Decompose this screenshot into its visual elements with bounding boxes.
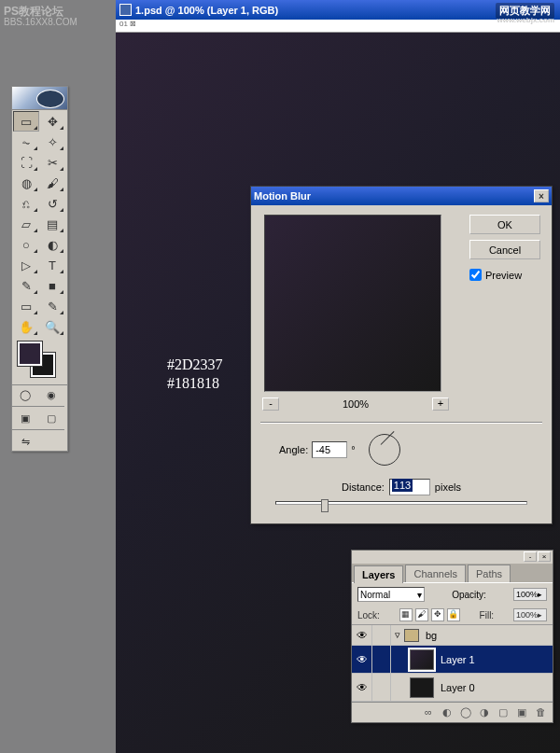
tool-brush[interactable]: 🖌 xyxy=(39,173,65,193)
quickmask-on[interactable]: ◉ xyxy=(38,385,64,404)
document-icon xyxy=(119,4,132,16)
visibility-icon[interactable]: 👁 xyxy=(352,646,372,674)
tool-notes[interactable]: ▭ xyxy=(13,296,39,316)
angle-label: Angle: xyxy=(279,444,308,455)
toolbox: ▭✥⏦✧⛶✂◍🖌⎌↺▱▤○◐▷T✎■▭✎✋🔍 ◯ ◉ ▣ ▢ ⇋ xyxy=(11,86,68,452)
cancel-button[interactable]: Cancel xyxy=(469,240,540,259)
degree-symbol: ° xyxy=(351,444,355,455)
panel-minimize[interactable]: - xyxy=(524,551,537,562)
lock-move-icon[interactable]: ✥ xyxy=(431,608,444,621)
tool-pen[interactable]: ✎ xyxy=(13,275,39,296)
distance-label: Distance: xyxy=(342,481,385,493)
tool-type[interactable]: T xyxy=(39,255,65,275)
tab-paths[interactable]: Paths xyxy=(468,565,511,582)
document-title-bar[interactable]: 1.psd @ 100% (Layer 1, RGB) 网页教学网 www.we… xyxy=(116,0,560,20)
new-folder-icon[interactable]: ▢ xyxy=(495,705,511,720)
screen-standard[interactable]: ▣ xyxy=(12,409,38,427)
link-layers-icon[interactable]: ∞ xyxy=(420,705,437,720)
opacity-label: Opacity: xyxy=(452,590,486,600)
motion-blur-dialog: Motion Blur × OK Cancel Preview - 100% +… xyxy=(250,186,553,524)
lock-label: Lock: xyxy=(357,610,380,621)
tool-blur[interactable]: ○ xyxy=(13,234,39,255)
tool-eraser[interactable]: ▱ xyxy=(13,214,39,234)
tool-history[interactable]: ↺ xyxy=(39,193,65,214)
distance-slider[interactable] xyxy=(275,501,527,505)
toolbox-header[interactable] xyxy=(12,87,67,110)
tutorial-watermark: PS教程论坛 xyxy=(4,4,63,20)
tool-hand[interactable]: ✋ xyxy=(13,316,39,337)
adjustment-icon[interactable]: ◑ xyxy=(476,705,493,720)
layer-thumbnail xyxy=(410,649,434,670)
zoom-out-button[interactable]: - xyxy=(262,397,279,411)
color-annotation: #2D2337 #181818 xyxy=(167,356,223,394)
tool-rect-marquee[interactable]: ▭ xyxy=(13,111,39,132)
dialog-title: Motion Blur xyxy=(254,190,311,202)
tool-move[interactable]: ✥ xyxy=(39,111,65,132)
layers-panel: - × Layers Channels Paths Normal▾ Opacit… xyxy=(351,550,553,723)
tool-wand[interactable]: ✧ xyxy=(39,132,65,152)
dialog-title-bar[interactable]: Motion Blur × xyxy=(251,187,552,205)
document-title: 1.psd @ 100% (Layer 1, RGB) xyxy=(135,5,278,16)
layer-group-bg[interactable]: 👁 ▿ bg xyxy=(352,625,553,646)
close-icon[interactable]: × xyxy=(534,189,549,202)
tab-channels[interactable]: Channels xyxy=(405,565,465,582)
site-watermark-url: www.webjx.com xyxy=(497,16,555,24)
lock-brush-icon[interactable]: 🖌 xyxy=(415,608,428,621)
new-layer-icon[interactable]: ▣ xyxy=(513,705,530,720)
tool-lasso[interactable]: ⏦ xyxy=(13,132,39,152)
blend-mode-select[interactable]: Normal▾ xyxy=(357,587,425,602)
lock-all-icon[interactable]: 🔒 xyxy=(447,608,460,621)
zoom-in-button[interactable]: + xyxy=(432,397,449,411)
jump-imageready[interactable]: ⇋ xyxy=(12,432,38,451)
fx-icon[interactable]: ◐ xyxy=(439,705,455,720)
tool-crop[interactable]: ⛶ xyxy=(13,152,39,173)
horizontal-ruler[interactable]: 01 ⊠ xyxy=(116,20,560,33)
layer-thumbnail xyxy=(410,677,434,698)
tool-eyedrop[interactable]: ✎ xyxy=(39,296,65,316)
preview-zoom: 100% xyxy=(343,398,369,410)
panel-close[interactable]: × xyxy=(538,551,551,562)
angle-input[interactable] xyxy=(312,441,347,458)
tool-dodge[interactable]: ◐ xyxy=(39,234,65,255)
ok-button[interactable]: OK xyxy=(469,215,540,234)
opacity-input[interactable]: 100% ▸ xyxy=(513,588,547,601)
angle-dial[interactable] xyxy=(369,434,400,466)
fill-input[interactable]: 100% ▸ xyxy=(513,608,547,621)
slider-thumb[interactable] xyxy=(321,499,329,512)
layer-layer0[interactable]: 👁 Layer 0 xyxy=(352,674,553,702)
preview-check-input[interactable] xyxy=(469,269,482,281)
tool-path-sel[interactable]: ▷ xyxy=(13,255,39,275)
layer-layer1[interactable]: 👁 Layer 1 xyxy=(352,646,553,674)
color-swatches xyxy=(12,338,67,383)
preview-checkbox[interactable]: Preview xyxy=(469,269,540,281)
trash-icon[interactable]: 🗑 xyxy=(532,705,549,720)
screen-full-menu[interactable]: ▢ xyxy=(38,409,64,427)
quickmask-off[interactable]: ◯ xyxy=(12,385,38,404)
foreground-swatch[interactable] xyxy=(18,342,42,366)
visibility-icon[interactable]: 👁 xyxy=(352,674,372,702)
lock-transparent-icon[interactable]: ▦ xyxy=(399,608,413,621)
tool-stamp[interactable]: ⎌ xyxy=(13,193,39,214)
tool-zoom[interactable]: 🔍 xyxy=(39,316,65,337)
filter-preview[interactable] xyxy=(264,215,441,392)
tab-layers[interactable]: Layers xyxy=(354,565,403,583)
tool-gradient[interactable]: ▤ xyxy=(39,214,65,234)
fill-label: Fill: xyxy=(480,610,495,621)
folder-icon xyxy=(404,629,419,642)
tool-slice[interactable]: ✂ xyxy=(39,152,65,173)
tool-heal[interactable]: ◍ xyxy=(13,173,39,193)
distance-input[interactable]: 113 xyxy=(389,479,430,495)
mask-icon[interactable]: ◯ xyxy=(457,705,474,720)
tool-shape[interactable]: ■ xyxy=(39,275,65,296)
pixels-label: pixels xyxy=(435,481,461,493)
